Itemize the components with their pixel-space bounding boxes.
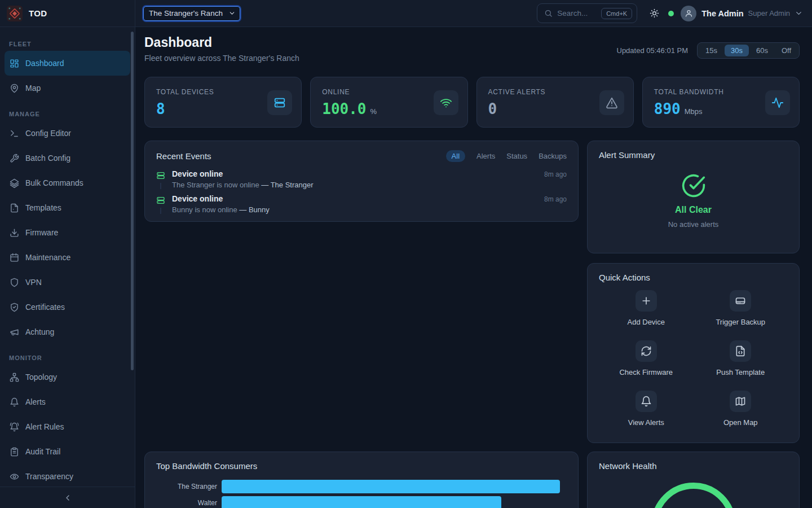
- trigger-backup-button[interactable]: Trigger Backup: [694, 290, 788, 326]
- bandwidth-bar: [222, 496, 501, 508]
- chevron-down-icon: [228, 10, 236, 17]
- quick-actions-card: Quick Actions Add Device Trigger Backup …: [587, 263, 800, 443]
- shield-icon: [10, 278, 19, 287]
- user-icon: [685, 9, 693, 17]
- site-selector[interactable]: The Stranger's Ranch: [143, 6, 240, 21]
- sun-icon: [650, 8, 659, 18]
- check-firmware-button[interactable]: Check Firmware: [599, 340, 694, 376]
- warning-triangle-icon: [606, 97, 618, 109]
- push-template-button[interactable]: Push Template: [694, 340, 788, 376]
- map-icon: [735, 396, 746, 407]
- brand: TOD: [0, 0, 135, 27]
- bandwidth-bar-label: The Stranger: [156, 483, 222, 491]
- sidebar: FLEET Dashboard Map MANAGE Config Editor…: [0, 27, 135, 508]
- sidebar-item-map[interactable]: Map: [5, 76, 130, 100]
- theme-toggle-button[interactable]: [650, 8, 659, 18]
- terminal-icon: [10, 129, 19, 138]
- map-pin-icon: [10, 84, 19, 93]
- sidebar-item-alert-rules[interactable]: Alert Rules: [5, 414, 130, 439]
- event-time: 8m ago: [544, 170, 567, 178]
- open-map-button[interactable]: Open Map: [694, 391, 788, 427]
- stat-unit: %: [370, 107, 377, 116]
- sidebar-item-templates[interactable]: Templates: [5, 195, 130, 220]
- sidebar-collapse-button[interactable]: [0, 487, 135, 508]
- sidebar-item-label: Dashboard: [25, 59, 64, 68]
- add-device-button[interactable]: Add Device: [599, 290, 694, 326]
- filter-alerts[interactable]: Alerts: [476, 152, 495, 160]
- sidebar-item-label: Alerts: [25, 397, 46, 406]
- page-subtitle: Fleet overview across The Stranger's Ran…: [144, 54, 299, 63]
- quick-actions-title: Quick Actions: [599, 273, 788, 282]
- view-alerts-button[interactable]: View Alerts: [599, 391, 694, 427]
- refresh-off-button[interactable]: Off: [775, 45, 797, 56]
- event-description: Bunny is now online: [172, 205, 237, 214]
- sidebar-item-transparency[interactable]: Transparency: [5, 464, 130, 489]
- sidebar-item-label: Achtung: [25, 327, 54, 336]
- refresh-60s-button[interactable]: 60s: [750, 45, 774, 56]
- recent-events-card: Recent Events All Alerts Status Backups …: [144, 141, 579, 222]
- sidebar-item-maintenance[interactable]: Maintenance: [5, 245, 130, 270]
- sidebar-item-certificates[interactable]: Certificates: [5, 295, 130, 319]
- filter-backups[interactable]: Backups: [539, 152, 567, 160]
- filter-all[interactable]: All: [446, 150, 465, 162]
- sidebar-item-label: Templates: [25, 203, 61, 212]
- user-menu-button[interactable]: [795, 9, 803, 17]
- sidebar-item-label: Bulk Commands: [25, 178, 83, 187]
- event-description: The Stranger is now online: [172, 181, 259, 189]
- site-selector-value: The Stranger's Ranch: [149, 9, 223, 17]
- search-shortcut-badge: Cmd+K: [601, 8, 632, 19]
- avatar[interactable]: [681, 6, 696, 21]
- sidebar-section-monitor: MONITOR: [0, 354, 135, 361]
- sidebar-scrollbar[interactable]: [131, 32, 134, 370]
- search-box[interactable]: Cmd+K: [537, 3, 637, 23]
- quick-action-label: Trigger Backup: [716, 318, 765, 326]
- sidebar-item-label: Topology: [25, 373, 57, 382]
- bell-icon: [641, 396, 652, 407]
- stat-total-bandwidth: TOTAL BANDWIDTH 890 Mbps: [642, 77, 800, 128]
- refresh-30s-button[interactable]: 30s: [725, 45, 749, 56]
- network-health-card: Network Health 100: [587, 452, 800, 508]
- sidebar-item-label: Config Editor: [25, 129, 71, 138]
- health-gauge: 100: [651, 483, 736, 508]
- network-icon: [10, 373, 19, 382]
- sidebar-item-label: Alert Rules: [25, 422, 64, 431]
- stat-online: ONLINE 100.0 %: [310, 77, 467, 128]
- file-icon: [10, 203, 19, 213]
- search-icon: [544, 9, 553, 17]
- search-input[interactable]: [557, 9, 597, 17]
- bandwidth-bar-row: Walter: [156, 496, 567, 508]
- stat-value: 0: [488, 100, 497, 117]
- event-device: — The Stranger: [261, 181, 313, 189]
- page-title: Dashboard: [144, 35, 212, 50]
- user-role: Super Admin: [748, 9, 790, 17]
- chevron-left-icon: [63, 493, 72, 502]
- sidebar-item-label: Transparency: [25, 472, 73, 481]
- sidebar-item-config-editor[interactable]: Config Editor: [5, 121, 130, 146]
- sidebar-item-alerts[interactable]: Alerts: [5, 389, 130, 414]
- sidebar-item-audit-trail[interactable]: Audit Trail: [5, 439, 130, 464]
- topbar-right: Cmd+K The Admin Super Admin: [537, 3, 812, 23]
- sidebar-item-batch-config[interactable]: Batch Config: [5, 146, 130, 170]
- sidebar-item-dashboard[interactable]: Dashboard: [5, 51, 130, 76]
- event-filters: All Alerts Status Backups: [446, 150, 567, 162]
- quick-action-label: Add Device: [628, 318, 665, 326]
- server-icon: [273, 97, 286, 109]
- bandwidth-consumers-card: Top Bandwidth Consumers The Stranger Wal…: [144, 452, 579, 508]
- sidebar-item-bulk-commands[interactable]: Bulk Commands: [5, 170, 130, 195]
- sidebar-item-vpn[interactable]: VPN: [5, 270, 130, 295]
- stat-value: 890: [654, 100, 681, 117]
- event-title: Device online: [172, 169, 223, 178]
- event-row[interactable]: Device online 8m ago Bunny is now online…: [156, 194, 567, 219]
- filter-status[interactable]: Status: [506, 152, 527, 160]
- refresh-15s-button[interactable]: 15s: [699, 45, 723, 56]
- clipboard-icon: [10, 447, 19, 457]
- event-time: 8m ago: [544, 195, 567, 203]
- sidebar-item-topology[interactable]: Topology: [5, 365, 130, 389]
- sidebar-item-achtung[interactable]: Achtung: [5, 319, 130, 344]
- event-row[interactable]: Device online 8m ago The Stranger is now…: [156, 169, 567, 194]
- refresh-interval-control: 15s 30s 60s Off: [697, 42, 800, 59]
- sidebar-item-firmware[interactable]: Firmware: [5, 220, 130, 245]
- layers-icon: [10, 178, 19, 188]
- stat-value: 8: [156, 100, 165, 117]
- stat-cards-row: TOTAL DEVICES 8 ONLINE 100.0 % ACTIVE AL…: [144, 77, 800, 128]
